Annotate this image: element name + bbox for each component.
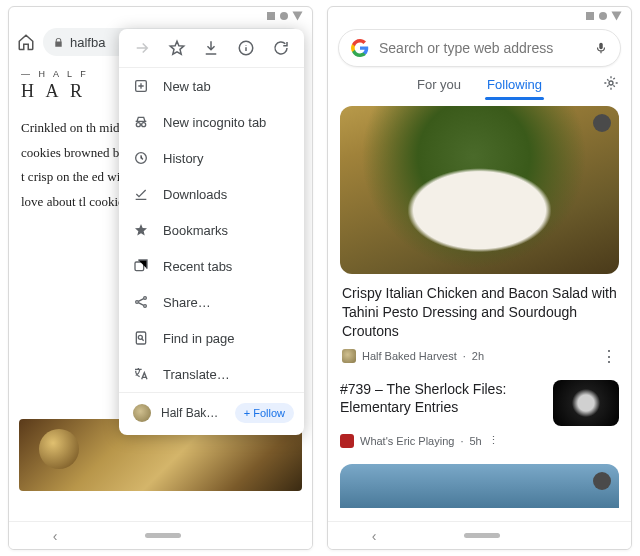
incognito-icon xyxy=(133,114,149,130)
menu-item-recent[interactable]: Recent tabs xyxy=(119,248,304,284)
tab-for-you[interactable]: For you xyxy=(417,77,461,92)
overflow-menu: New tab New incognito tab History Downlo… xyxy=(119,29,304,435)
card-1-image[interactable]: ⚡ xyxy=(340,106,619,274)
check-underline-icon xyxy=(133,186,149,202)
svg-point-3 xyxy=(142,123,146,127)
nav-back-icon[interactable]: ‹ xyxy=(53,528,58,544)
gear-icon[interactable] xyxy=(603,75,619,91)
menu-item-bookmarks[interactable]: Bookmarks xyxy=(119,212,304,248)
forward-icon xyxy=(133,39,151,57)
site-name: Half Baked Harvest xyxy=(161,406,225,420)
follow-button[interactable]: + Follow xyxy=(235,403,294,423)
star-filled-icon xyxy=(133,222,149,238)
system-nav: ‹ xyxy=(328,521,631,549)
share-icon xyxy=(133,294,149,310)
card-2-image xyxy=(553,380,619,426)
card-2-meta: What's Eric Playing · 5h ⋮ xyxy=(340,434,619,448)
menu-site-row: Half Baked Harvest + Follow xyxy=(119,392,304,435)
nav-home-pill[interactable] xyxy=(145,533,181,538)
menu-item-history[interactable]: History xyxy=(119,140,304,176)
lock-icon xyxy=(53,37,64,48)
home-icon[interactable] xyxy=(17,33,35,51)
card-1-more-icon[interactable]: ⋮ xyxy=(601,347,617,366)
refresh-icon[interactable] xyxy=(272,39,290,57)
nav-back-icon[interactable]: ‹ xyxy=(372,528,377,544)
history-icon xyxy=(133,150,149,166)
feed: ⚡ Crispy Italian Chicken and Bacon Salad… xyxy=(328,100,631,521)
card-1-source: Half Baked Harvest xyxy=(362,350,457,362)
star-icon[interactable] xyxy=(168,39,186,57)
menu-label: Downloads xyxy=(163,187,227,202)
plus-icon: + xyxy=(244,407,250,419)
menu-label: New tab xyxy=(163,79,211,94)
site-favicon xyxy=(133,404,151,422)
status-bar xyxy=(328,7,631,25)
plus-box-icon xyxy=(133,78,149,94)
amp-bolt-icon: ⚡ xyxy=(595,475,607,486)
download-icon[interactable] xyxy=(202,39,220,57)
card-3-image[interactable]: ⚡ xyxy=(340,464,619,508)
card-2-more-icon[interactable]: ⋮ xyxy=(488,434,499,447)
menu-item-translate[interactable]: Translate… xyxy=(119,356,304,392)
status-bar xyxy=(9,7,312,25)
svg-point-2 xyxy=(136,123,140,127)
card-1-favicon xyxy=(342,349,356,363)
menu-label: Share… xyxy=(163,295,211,310)
follow-label: Follow xyxy=(253,407,285,419)
menu-label: Translate… xyxy=(163,367,230,382)
menu-label: Recent tabs xyxy=(163,259,232,274)
tab-following[interactable]: Following xyxy=(487,77,542,92)
card-2-title: #739 – The Sherlock Files: Elementary En… xyxy=(340,380,543,416)
menu-item-new-tab[interactable]: New tab xyxy=(119,68,304,104)
mic-icon[interactable] xyxy=(594,39,608,57)
find-in-page-icon xyxy=(133,330,149,346)
svg-point-6 xyxy=(136,301,139,304)
recent-tabs-icon xyxy=(133,258,149,274)
card-1-meta: Half Baked Harvest · 2h ⋮ xyxy=(340,347,619,366)
card-2-source: What's Eric Playing xyxy=(360,435,454,447)
system-nav: ‹ xyxy=(9,521,312,549)
svg-rect-9 xyxy=(136,332,145,344)
svg-rect-11 xyxy=(599,43,603,49)
menu-label: History xyxy=(163,151,203,166)
card-2-favicon xyxy=(340,434,354,448)
svg-point-8 xyxy=(144,305,147,308)
phone-left: halfba — H A L F H A R Crinkled on th mi… xyxy=(8,6,313,550)
svg-point-7 xyxy=(144,297,147,300)
menu-item-share[interactable]: Share… xyxy=(119,284,304,320)
menu-item-downloads[interactable]: Downloads xyxy=(119,176,304,212)
menu-item-incognito[interactable]: New incognito tab xyxy=(119,104,304,140)
card-1-title[interactable]: Crispy Italian Chicken and Bacon Salad w… xyxy=(342,284,617,341)
card-2-age: 5h xyxy=(469,435,481,447)
search-placeholder: Search or type web address xyxy=(379,40,584,56)
google-logo-icon xyxy=(351,39,369,57)
menu-item-find[interactable]: Find in page xyxy=(119,320,304,356)
feed-tabs: For you Following xyxy=(328,75,631,100)
menu-label: New incognito tab xyxy=(163,115,266,130)
card-2[interactable]: #739 – The Sherlock Files: Elementary En… xyxy=(340,380,619,426)
info-icon[interactable] xyxy=(237,39,255,57)
nav-home-pill[interactable] xyxy=(464,533,500,538)
menu-label: Find in page xyxy=(163,331,235,346)
menu-top-actions xyxy=(119,29,304,68)
svg-point-12 xyxy=(609,81,613,85)
card-1-age: 2h xyxy=(472,350,484,362)
menu-label: Bookmarks xyxy=(163,223,228,238)
translate-icon xyxy=(133,366,149,382)
phone-right: Search or type web address For you Follo… xyxy=(327,6,632,550)
search-bar[interactable]: Search or type web address xyxy=(338,29,621,67)
omnibox-text: halfba xyxy=(70,35,105,50)
amp-bolt-icon: ⚡ xyxy=(595,117,607,128)
